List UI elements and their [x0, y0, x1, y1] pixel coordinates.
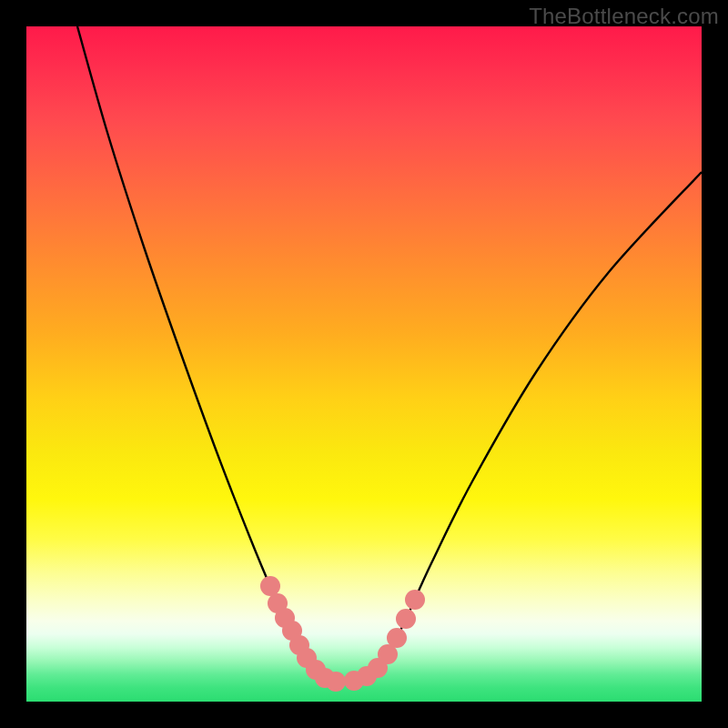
curve-left-line	[77, 26, 345, 682]
marker-dot	[396, 609, 416, 629]
marker-dot	[387, 628, 407, 648]
marker-dot	[405, 590, 425, 610]
markers-left	[260, 576, 346, 692]
watermark-text: TheBottleneck.com	[529, 4, 719, 29]
marker-dot	[326, 672, 346, 692]
chart-svg	[26, 26, 702, 702]
marker-dot	[260, 576, 280, 596]
chart-frame: TheBottleneck.com	[0, 0, 728, 728]
curve-right-line	[345, 172, 702, 682]
plot-area	[26, 26, 702, 702]
markers-right	[344, 590, 425, 691]
